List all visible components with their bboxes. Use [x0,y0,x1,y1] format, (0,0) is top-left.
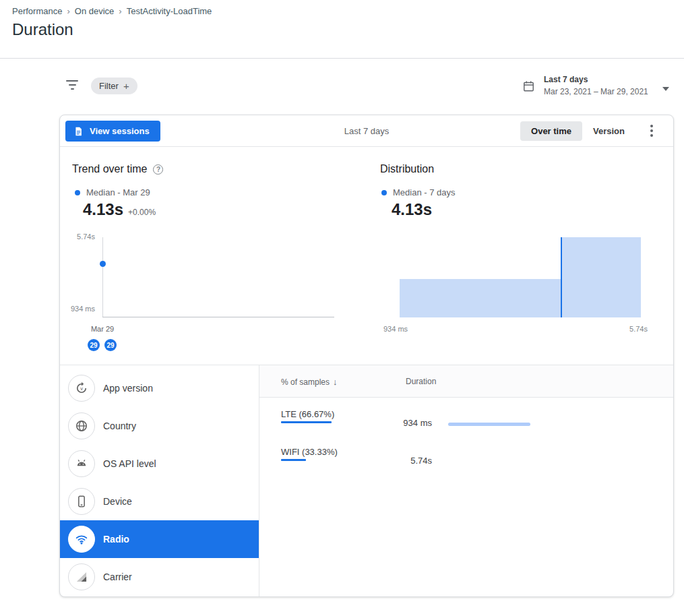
breadcrumb: Performance › On device › TestActivity-L… [12,6,212,16]
breadcrumb-separator: › [119,6,121,16]
histogram-bar [400,279,561,317]
app-version-icon: v [75,381,88,395]
sidebar-item-device[interactable]: Device [60,483,259,520]
cell-signal-icon [75,570,88,584]
performance-duration-page: Performance › On device › TestActivity-L… [0,0,684,616]
breadcrumb-item-current: TestActivity-LoadTime [127,6,212,16]
trend-point [100,261,106,267]
globe-icon [75,419,88,433]
chevron-down-icon[interactable] [662,87,669,91]
distribution-plot [400,237,641,317]
phone-icon [75,495,88,508]
legend-dot [381,190,387,195]
android-icon [75,457,88,470]
sidebar-item-country[interactable]: Country [60,407,259,445]
column-header-duration[interactable]: Duration [406,377,436,386]
segment-duration: 5.74s [359,456,432,466]
trend-title: Trend over time [72,163,147,175]
duration-card: View sessions Last 7 days Over time Vers… [59,115,674,597]
breadcrumb-separator: › [67,6,69,16]
sidebar-item-radio[interactable]: Radio [60,520,259,558]
sidebar-item-label: OS API level [103,458,156,469]
filter-chip-label: Filter [99,81,119,91]
table-row[interactable]: LTE (66.67%) 934 ms [259,398,673,435]
tab-over-time[interactable]: Over time [520,121,582,141]
duration-bar [448,423,530,426]
samples-pct-bar [281,421,332,423]
segment-duration: 934 ms [359,418,432,428]
trend-legend: Median - Mar 29 [75,187,150,197]
view-toggle: Over time Version [520,121,635,141]
distribution-x-min-label: 934 ms [383,325,408,333]
distribution-x-max-label: 5.74s [613,325,648,333]
sidebar-item-label: Radio [103,534,129,545]
trend-x-tick: Mar 29 [82,325,123,333]
distribution-legend: Median - 7 days [381,187,456,197]
legend-dot [75,190,80,195]
sort-descending-icon: ↓ [333,377,338,387]
trend-guide-line [102,237,103,317]
breadcrumb-item-performance[interactable]: Performance [12,6,62,16]
trend-delta: +0.00% [128,208,156,217]
trend-value-row: 4.13s +0.00% [83,200,156,219]
breadcrumb-item-on-device[interactable]: On device [75,6,115,16]
filter-icon[interactable] [65,80,79,90]
sidebar-item-label: Country [103,421,136,431]
segment-label: WIFI (33.33%) [281,447,338,457]
median-line [561,237,562,317]
segment-label: LTE (66.67%) [281,409,334,419]
view-sessions-button[interactable]: View sessions [65,121,160,142]
range-handle-start[interactable]: 29 [88,339,100,351]
header-divider [0,58,684,59]
sidebar-item-carrier[interactable]: Carrier [60,558,259,596]
samples-pct-bar [281,459,306,461]
calendar-icon [522,80,535,93]
range-handle-end[interactable]: 29 [104,339,117,351]
help-icon[interactable]: ? [153,164,163,175]
filter-chip[interactable]: Filter + [91,78,137,94]
sidebar-item-app-version[interactable]: v App version [60,369,259,407]
trend-y-min-label: 934 ms [60,305,95,313]
page-title: Duration [12,20,73,39]
histogram-bar [561,237,641,317]
distribution-title: Distribution [380,163,434,175]
sidebar-item-os-api-level[interactable]: OS API level [60,445,259,483]
sidebar-item-label: App version [103,383,153,394]
trend-y-max-label: 5.74s [60,233,95,241]
trend-legend-label: Median - Mar 29 [86,187,150,197]
plus-icon: + [123,80,129,92]
trend-median-value: 4.13s [83,200,123,219]
date-range-title: Last 7 days [544,75,648,84]
breakdown-section: v App version Country [60,365,673,596]
samples-table: % of samples ↓ Duration LTE (66.67%) 934… [259,365,673,596]
trend-chart [102,237,334,317]
document-icon [73,126,84,137]
wifi-icon [75,532,88,546]
card-header: View sessions Last 7 days Over time Vers… [60,115,673,147]
table-row[interactable]: WIFI (33.33%) 5.74s [259,435,673,473]
trend-title-row: Trend over time ? [72,163,163,175]
dimension-sidebar: v App version Country [60,365,259,596]
tab-version[interactable]: Version [582,121,635,141]
date-range-value: Mar 23, 2021 – Mar 29, 2021 [544,87,648,96]
view-sessions-label: View sessions [90,126,150,136]
column-header-samples-label: % of samples [281,377,330,387]
sidebar-item-label: Device [103,496,132,507]
svg-text:v: v [80,386,83,392]
date-range-picker[interactable]: Last 7 days Mar 23, 2021 – Mar 29, 2021 [522,75,676,104]
distribution-legend-label: Median - 7 days [393,187,456,197]
column-header-samples[interactable]: % of samples ↓ [281,377,338,387]
sidebar-item-label: Carrier [103,572,132,582]
overflow-menu-icon[interactable] [646,125,657,138]
distribution-median-value: 4.13s [392,200,432,219]
table-header: % of samples ↓ Duration [259,365,673,398]
